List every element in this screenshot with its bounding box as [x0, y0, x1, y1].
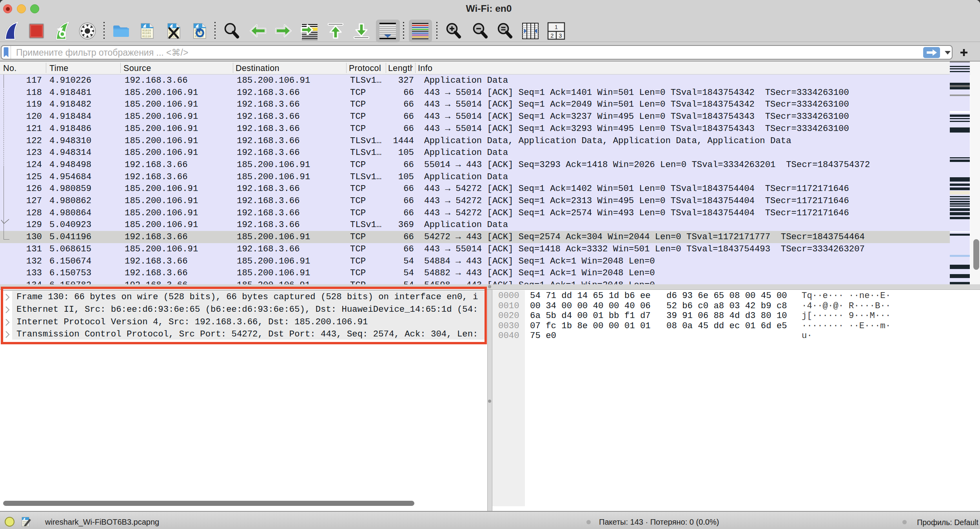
svg-text:1: 1	[555, 24, 558, 30]
svg-text:3: 3	[559, 33, 562, 39]
svg-text:2: 2	[551, 33, 554, 39]
svg-text:01110: 01110	[142, 35, 151, 38]
